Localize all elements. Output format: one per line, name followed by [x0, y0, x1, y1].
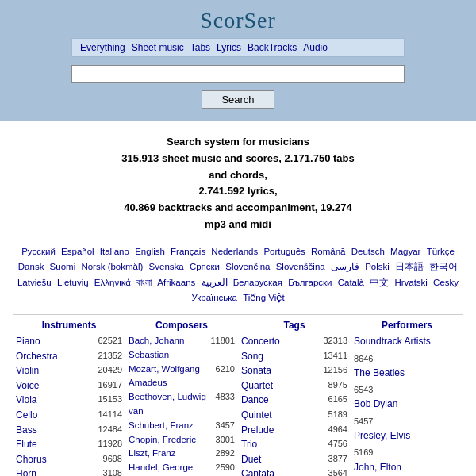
count-label: 6210 — [216, 363, 235, 391]
count-label: 3564 — [328, 466, 347, 476]
composers-header: Composers — [129, 320, 235, 331]
lang-link-Lietuvių[interactable]: Lietuvių — [57, 278, 89, 287]
instrument-link-horn[interactable]: Horn — [16, 466, 100, 476]
nav-item-audio[interactable]: Audio — [303, 42, 328, 53]
lang-link-Türkçe[interactable]: Türkçe — [427, 247, 455, 256]
lang-link-Українська[interactable]: Українська — [191, 293, 237, 302]
lang-link-Română[interactable]: Română — [311, 247, 345, 256]
lang-link-Cesky[interactable]: Cesky — [433, 278, 459, 287]
tag-link[interactable]: Quartet — [241, 378, 325, 393]
lang-link-Español[interactable]: Español — [61, 247, 94, 256]
list-item: Schubert, Franz3457 — [129, 419, 235, 433]
tagline-line1: Search system for musicians — [13, 134, 463, 151]
instrument-link-cello[interactable]: Cello — [16, 408, 94, 423]
composer-link[interactable]: Handel, George Frideric — [129, 461, 213, 476]
lang-link-Latviešu[interactable]: Latviešu — [17, 278, 52, 287]
tag-link[interactable]: Quintet — [241, 408, 325, 423]
count-label: 12484 — [98, 423, 122, 438]
tag-link[interactable]: Dance — [241, 393, 325, 408]
instrument-link-piano[interactable]: Piano — [16, 334, 94, 349]
lang-link-Беларуская[interactable]: Беларуская — [233, 278, 282, 287]
tag-link[interactable]: Concerto — [241, 334, 320, 349]
composer-link[interactable]: Chopin, Frederic — [129, 433, 213, 447]
count-label: 3108 — [103, 466, 122, 476]
tag-link[interactable]: Sonata — [241, 363, 320, 378]
tag-link[interactable]: Prelude — [241, 423, 325, 438]
instrument-link-bass[interactable]: Bass — [16, 423, 94, 438]
nav-item-everything[interactable]: Everything — [80, 42, 125, 53]
search-button[interactable]: Search — [202, 90, 274, 109]
nav-item-lyrics[interactable]: Lyrics — [217, 42, 241, 53]
lang-link-Български[interactable]: Български — [288, 278, 332, 287]
tag-link[interactable]: Song — [241, 349, 320, 364]
instruments-header: Instruments — [16, 320, 122, 331]
lang-link-বাংলা[interactable]: বাংলা — [136, 278, 152, 287]
list-item: Sonata12156 — [241, 363, 347, 378]
nav-item-sheet-music[interactable]: Sheet music — [132, 42, 184, 53]
instrument-link-voice[interactable]: Voice — [16, 378, 94, 393]
lang-link-Magyar[interactable]: Magyar — [390, 247, 420, 256]
count-label: 2892 — [216, 447, 235, 461]
lang-link-Italiano[interactable]: Italiano — [100, 247, 129, 256]
list-item: Beethoven, Ludwig van4833 — [129, 390, 235, 419]
lang-link-العربية[interactable]: العربية — [202, 278, 228, 287]
instrument-link-flute[interactable]: Flute — [16, 437, 94, 452]
lang-link-English[interactable]: English — [135, 247, 165, 256]
performer-link[interactable]: John, Elton — [354, 460, 460, 475]
composer-link[interactable]: Mozart, Wolfgang Amadeus — [129, 363, 213, 391]
lang-link-Tiếng Việt[interactable]: Tiếng Việt — [243, 293, 284, 302]
list-item: The Beatles6543 — [354, 366, 460, 397]
lang-link-Deutsch[interactable]: Deutsch — [351, 247, 385, 256]
composer-link[interactable]: Schubert, Franz — [129, 419, 213, 433]
composer-link[interactable]: Beethoven, Ludwig van — [129, 390, 213, 419]
lang-link-Français[interactable]: Français — [171, 247, 205, 256]
tagline-line2: 315.913 sheet music and scores, 2.171.75… — [13, 151, 463, 167]
composer-link[interactable]: Bach, Johann Sebastian — [129, 334, 207, 363]
instrument-link-violin[interactable]: Violin — [16, 363, 94, 378]
search-input[interactable] — [71, 65, 405, 83]
count-label: 15153 — [98, 393, 122, 408]
language-links: Русский Español Italiano English Françai… — [13, 241, 463, 314]
nav-item-backtracks[interactable]: BackTracks — [248, 42, 297, 53]
lang-link-Српски[interactable]: Српски — [190, 262, 220, 271]
lang-link-Suomi[interactable]: Suomi — [50, 262, 76, 271]
lang-link-Ελληνικά[interactable]: Ελληνικά — [94, 278, 131, 287]
lang-link-Dansk[interactable]: Dansk — [18, 262, 44, 271]
performer-link[interactable]: Presley, Elvis — [354, 428, 460, 443]
lang-link-Norsk (bokmål)[interactable]: Norsk (bokmål) — [81, 262, 143, 271]
tag-link[interactable]: Cantata — [241, 466, 325, 476]
lang-link-Afrikaans[interactable]: Afrikaans — [157, 278, 195, 287]
list-item: Quartet8975 — [241, 378, 347, 393]
lang-link-Slovenščina[interactable]: Slovenščina — [276, 262, 325, 271]
lang-link-Català[interactable]: Català — [338, 278, 364, 287]
lang-link-Svenska[interactable]: Svenska — [149, 262, 184, 271]
lang-link-한국어[interactable]: 한국어 — [429, 262, 458, 271]
lang-link-Русский[interactable]: Русский — [21, 247, 56, 256]
nav-item-tabs[interactable]: Tabs — [190, 42, 210, 53]
instrument-link-chorus[interactable]: Chorus — [16, 452, 100, 467]
lang-link-Slovenčina[interactable]: Slovenčina — [225, 262, 270, 271]
composer-link[interactable]: Liszt, Franz — [129, 447, 213, 461]
tagline-line3: and chords, — [13, 167, 463, 184]
count-label: 8975 — [328, 378, 347, 393]
tag-link[interactable]: Duet — [241, 452, 325, 467]
instrument-link-orchestra[interactable]: Orchestra — [16, 349, 94, 364]
performer-link[interactable]: The Beatles — [354, 366, 460, 381]
list-item: Flute11928 — [16, 437, 122, 452]
lang-link-中文[interactable]: 中文 — [370, 278, 389, 287]
lang-link-Português[interactable]: Português — [263, 247, 305, 256]
performer-link[interactable]: Soundtrack Artists — [354, 334, 460, 349]
performer-link[interactable]: Bob Dylan — [354, 397, 460, 412]
count-label: 21352 — [98, 349, 122, 364]
lang-link-Hrvatski[interactable]: Hrvatski — [394, 278, 428, 287]
composers-column: ComposersBach, Johann Sebastian11801Moza… — [125, 320, 238, 476]
list-item: Bass12484 — [16, 423, 122, 438]
count-label: 6165 — [328, 393, 347, 408]
lang-link-日本語[interactable]: 日本語 — [395, 262, 424, 271]
lang-link-Nederlands[interactable]: Nederlands — [211, 247, 258, 256]
lang-link-Polski[interactable]: Polski — [365, 262, 390, 271]
lang-link-فارسی[interactable]: فارسی — [331, 262, 359, 271]
instrument-link-viola[interactable]: Viola — [16, 393, 94, 408]
count-label: 4964 — [328, 423, 347, 438]
tag-link[interactable]: Trio — [241, 437, 325, 452]
